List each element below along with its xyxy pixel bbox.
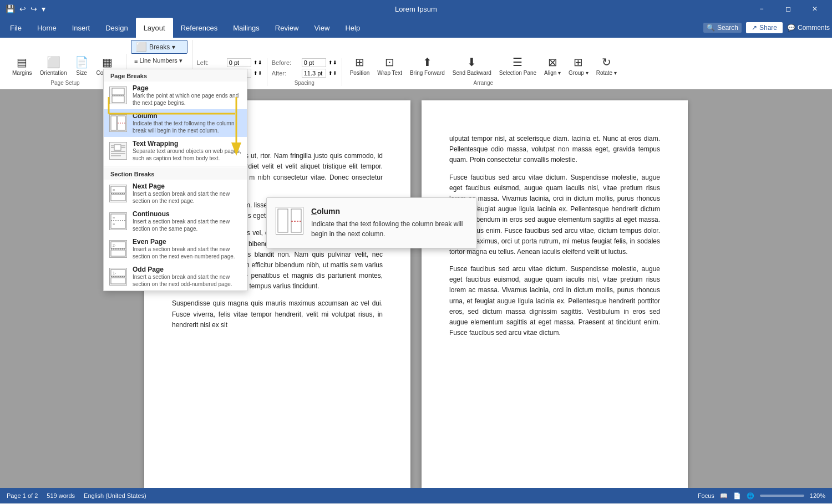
bring-forward-icon: ⬆	[423, 55, 432, 69]
zoom-slider[interactable]	[760, 495, 804, 497]
tab-design[interactable]: Design	[98, 18, 135, 38]
spacing-after-spinner[interactable]: ⬆⬇	[328, 70, 337, 76]
minimize-button[interactable]: −	[749, 0, 774, 18]
tab-review[interactable]: Review	[267, 18, 307, 38]
page-break-title: Page	[133, 84, 241, 92]
size-button[interactable]: 📄 Size	[72, 54, 92, 78]
indent-left-spinner[interactable]: ⬆⬇	[253, 60, 262, 65]
column-break-svg	[110, 115, 126, 131]
even-page-title: Even Page	[133, 238, 241, 246]
even-page-icon: 2-	[109, 240, 127, 258]
align-label: Align ▾	[544, 70, 561, 76]
search-label: Search	[717, 24, 738, 32]
document-page-right[interactable]: ulputat tempor nisl, at scelerisque diam…	[422, 100, 688, 488]
spacing-before-input[interactable]	[302, 58, 326, 67]
save-icon[interactable]: 💾	[4, 3, 16, 14]
spacing-before-spinner[interactable]: ⬆⬇	[328, 60, 337, 65]
rotate-label: Rotate ▾	[596, 70, 617, 76]
document-title: Lorem Ipsum	[395, 5, 437, 13]
status-right: Focus 📖 📄 🌐 120%	[698, 492, 825, 500]
send-backward-button[interactable]: ⬇ Send Backward	[449, 54, 495, 78]
tab-mailings[interactable]: Mailings	[225, 18, 267, 38]
redo-icon[interactable]: ↪	[29, 3, 38, 14]
page-breaks-title: Page Breaks	[104, 69, 247, 82]
spacing-after-input[interactable]	[302, 69, 326, 78]
svg-rect-4	[118, 116, 125, 130]
text-wrapping-text: Text Wrapping Separate text around objec…	[133, 140, 241, 162]
comments-icon: 💬	[787, 24, 795, 32]
text-wrapping-item[interactable]: Text Wrapping Separate text around objec…	[104, 137, 247, 165]
margins-label: Margins	[12, 70, 32, 76]
svg-rect-3	[111, 116, 116, 130]
title-bar-right: − ◻ ✕	[749, 0, 828, 18]
tooltip-content: Column Indicate that the text following …	[311, 207, 468, 239]
comments-label: Comments	[798, 24, 830, 32]
odd-page-text: Odd Page Insert a section break and star…	[133, 266, 241, 288]
svg-text:1-: 1-	[113, 271, 116, 275]
tab-help[interactable]: Help	[337, 18, 368, 38]
restore-button[interactable]: ◻	[775, 0, 801, 18]
close-button[interactable]: ✕	[802, 0, 828, 18]
indent-left-label: Left:	[197, 59, 225, 66]
position-icon: ⊞	[355, 55, 364, 69]
continuous-item[interactable]: ≡ ≡ Continuous Insert a section break an…	[104, 207, 247, 235]
page-break-svg	[110, 87, 126, 104]
tab-layout[interactable]: Layout	[136, 18, 173, 38]
tooltip-title-rest: olumn	[317, 207, 340, 216]
print-layout-icon[interactable]: 📄	[733, 492, 741, 500]
line-numbers-button[interactable]: ≡ Line Numbers ▾	[131, 56, 187, 65]
column-break-icon	[109, 114, 127, 132]
svg-rect-2	[112, 96, 124, 103]
continuous-title: Continuous	[133, 210, 241, 218]
comments-button[interactable]: 💬 Comments	[787, 24, 830, 32]
read-mode-icon[interactable]: 📖	[720, 492, 728, 500]
focus-button[interactable]: Focus	[698, 492, 714, 499]
rotate-button[interactable]: ↻ Rotate ▾	[593, 54, 620, 78]
group-button[interactable]: ⊞ Group ▾	[565, 54, 592, 78]
undo-icon[interactable]: ↩	[18, 3, 27, 14]
tab-view[interactable]: View	[306, 18, 337, 38]
wrap-text-icon: ⊡	[385, 55, 394, 69]
page-break-item[interactable]: Page Mark the point at which one page en…	[104, 82, 247, 109]
tab-home[interactable]: Home	[29, 18, 64, 38]
odd-page-svg: 1-	[110, 268, 126, 285]
bring-forward-button[interactable]: ⬆ Bring Forward	[407, 54, 448, 78]
arrange-label: Arrange	[474, 80, 494, 86]
indent-right-spinner[interactable]: ⬆⬇	[253, 70, 262, 76]
even-page-item[interactable]: 2- Even Page Insert a section break and …	[104, 235, 247, 263]
tooltip-title: Column	[311, 207, 468, 216]
column-break-item[interactable]: Column Indicate that the text following …	[104, 109, 247, 137]
language-indicator[interactable]: English (United States)	[84, 492, 146, 499]
tab-file[interactable]: File	[2, 18, 29, 38]
zoom-level[interactable]: 120%	[810, 492, 825, 499]
status-bar: Page 1 of 2 519 words English (United St…	[0, 488, 832, 503]
spacing-controls: Before: ⬆⬇ After: ⬆⬇	[272, 58, 337, 78]
orientation-button[interactable]: ⬜ Orientation	[37, 54, 70, 78]
tab-insert[interactable]: Insert	[64, 18, 98, 38]
doc-para-5: Suspendisse quis magna quis mauris maxim…	[172, 298, 383, 330]
share-button[interactable]: ↗ Share	[746, 22, 783, 33]
size-icon: 📄	[75, 55, 89, 69]
search-box[interactable]: 🔍 Search	[703, 23, 742, 33]
selection-pane-icon: ☰	[513, 55, 522, 69]
customize-qat-icon[interactable]: ▾	[40, 3, 47, 14]
breaks-button[interactable]: ⬜ Breaks ▾	[131, 40, 187, 54]
web-layout-icon[interactable]: 🌐	[747, 492, 754, 500]
wrap-text-button[interactable]: ⊡ Wrap Text	[374, 54, 405, 78]
text-wrapping-svg	[110, 142, 126, 159]
page-break-desc: Mark the point at which one page ends an…	[133, 92, 241, 106]
selection-pane-button[interactable]: ☰ Selection Pane	[496, 54, 540, 78]
odd-page-item[interactable]: 1- Odd Page Insert a section break and s…	[104, 263, 247, 291]
align-button[interactable]: ⊠ Align ▾	[541, 54, 564, 78]
quick-access-toolbar: 💾 ↩ ↪ ▾	[4, 3, 47, 14]
svg-rect-0	[112, 88, 124, 95]
indent-left-input[interactable]	[227, 58, 251, 67]
position-button[interactable]: ⊞ Position	[347, 54, 373, 78]
position-label: Position	[350, 70, 370, 76]
tooltip-description: Indicate that the text following the col…	[311, 219, 468, 239]
margins-button[interactable]: ▤ Margins	[9, 54, 35, 78]
next-page-text: Next Page Insert a section break and sta…	[133, 182, 241, 205]
odd-page-desc: Insert a section break and start the new…	[133, 273, 241, 288]
tab-references[interactable]: References	[173, 18, 225, 38]
next-page-item[interactable]: ≡ Next Page Insert a section break and s…	[104, 180, 247, 207]
